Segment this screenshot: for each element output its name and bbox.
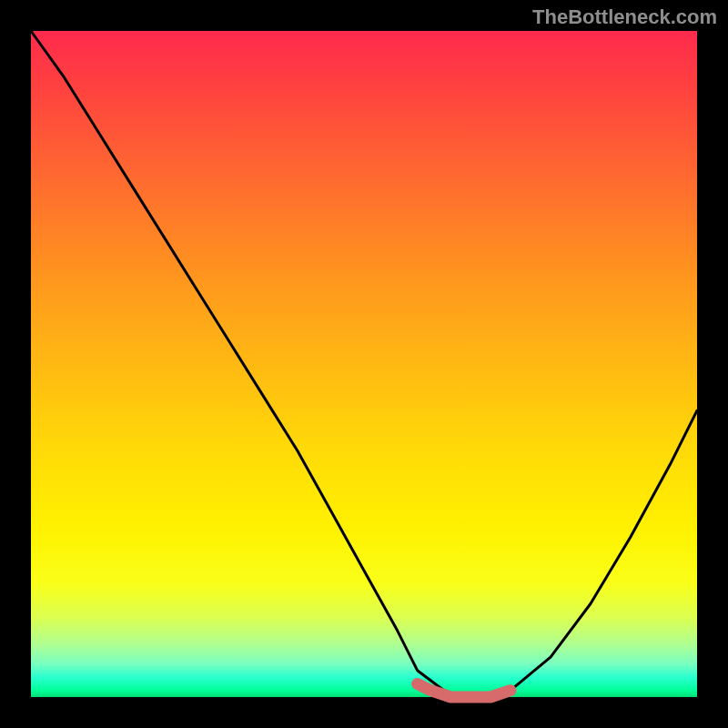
optimal-marker-line <box>418 683 511 697</box>
chart-svg <box>31 31 697 697</box>
chart-container: TheBottleneck.com <box>0 0 728 728</box>
bottleneck-curve-line <box>31 31 697 697</box>
chart-plot-area <box>31 31 697 697</box>
watermark-text: TheBottleneck.com <box>532 5 717 29</box>
